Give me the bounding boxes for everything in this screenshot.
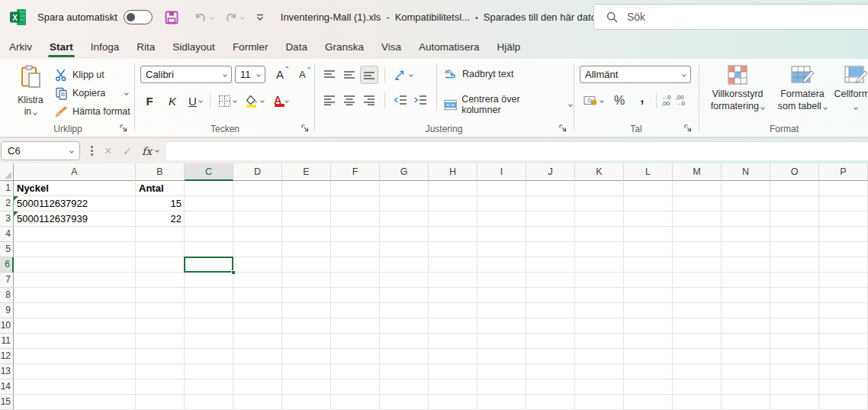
column-header-D[interactable]: D — [233, 163, 282, 181]
tab-granska[interactable]: Granska — [323, 34, 365, 59]
cell-A1[interactable]: Nyckel — [14, 181, 136, 196]
underline-button[interactable]: U — [186, 92, 204, 111]
cell-styles-button[interactable]: Cellformat — [831, 65, 868, 112]
column-header-A[interactable]: A — [14, 163, 136, 181]
formula-bar-drag-dots[interactable] — [91, 146, 93, 156]
decrease-decimal-button[interactable]: ,00 →0 — [675, 95, 684, 107]
align-right-button[interactable] — [360, 91, 378, 109]
borders-button[interactable] — [216, 92, 239, 111]
cut-button[interactable]: Klipp ut — [53, 66, 133, 84]
row-header-5[interactable]: 5 — [0, 242, 14, 257]
row-header-7[interactable]: 7 — [0, 273, 14, 288]
formula-input[interactable] — [166, 141, 868, 160]
row-header-12[interactable]: 12 — [0, 349, 14, 364]
align-left-button[interactable] — [320, 91, 339, 109]
grow-font-button[interactable]: A ˆ — [273, 68, 287, 81]
cell-B3[interactable]: 22 — [136, 211, 185, 227]
column-header-G[interactable]: G — [380, 163, 429, 181]
increase-indent-button[interactable] — [411, 91, 429, 109]
clipboard-dialog-launcher[interactable] — [119, 124, 128, 133]
search-box[interactable]: Sök — [593, 4, 868, 30]
tab-infoga[interactable]: Infoga — [89, 34, 121, 59]
tab-automatisera[interactable]: Automatisera — [417, 34, 481, 59]
tab-visa[interactable]: Visa — [380, 34, 403, 59]
save-button[interactable] — [165, 11, 178, 24]
row-header-3[interactable]: 3 — [0, 211, 14, 227]
font-name-combo[interactable]: Calibri — [140, 66, 232, 83]
italic-button[interactable]: K — [163, 92, 182, 111]
tab-start[interactable]: Start — [48, 34, 75, 59]
cell-B1[interactable]: Antal — [136, 181, 185, 196]
accounting-format-button[interactable] — [581, 91, 606, 110]
sheet-area[interactable]: ABCDEFGHIJKLMNOP123456789101112131415Nyc… — [0, 163, 868, 410]
autosave-toggle[interactable] — [124, 10, 153, 24]
row-header-6[interactable]: 6 — [0, 257, 14, 273]
wrap-text-button[interactable]: ab Radbryt text — [444, 68, 513, 80]
cell-A3[interactable]: 5000112637939 — [14, 211, 136, 227]
tab-sidlayout[interactable]: Sidlayout — [171, 34, 217, 59]
column-header-O[interactable]: O — [770, 163, 819, 181]
column-header-H[interactable]: H — [429, 163, 477, 181]
row-header-10[interactable]: 10 — [0, 318, 14, 334]
name-box[interactable]: C6 — [1, 141, 80, 160]
row-header-13[interactable]: 13 — [0, 364, 14, 379]
comma-style-button[interactable]: , — [633, 91, 651, 110]
tab-arkiv[interactable]: Arkiv — [8, 34, 34, 59]
cell-A2[interactable]: 5000112637922 — [14, 196, 136, 211]
cell-B2[interactable]: 15 — [136, 196, 185, 211]
shrink-font-button[interactable]: A ˇ — [296, 69, 309, 80]
column-header-F[interactable]: F — [331, 163, 380, 181]
row-header-2[interactable]: 2 — [0, 196, 14, 211]
row-header-14[interactable]: 14 — [0, 379, 14, 395]
align-top-button[interactable] — [320, 66, 339, 84]
column-header-P[interactable]: P — [819, 163, 868, 181]
row-header-15[interactable]: 15 — [0, 395, 14, 410]
format-as-table-button[interactable]: Formatera som tabell — [775, 65, 830, 112]
column-header-B[interactable]: B — [136, 163, 185, 181]
fill-handle[interactable] — [231, 270, 236, 275]
redo-button[interactable] — [224, 11, 244, 23]
align-middle-button[interactable] — [340, 66, 358, 84]
column-header-I[interactable]: I — [477, 163, 526, 181]
merge-center-button[interactable]: Centrera över kolumner — [444, 94, 572, 115]
font-dialog-launcher[interactable] — [301, 124, 310, 133]
percent-style-button[interactable]: % — [610, 91, 628, 110]
format-painter-button[interactable]: Hämta format — [53, 102, 133, 121]
column-header-J[interactable]: J — [526, 163, 575, 181]
copy-button[interactable]: Kopiera — [53, 84, 133, 102]
column-header-C[interactable]: C — [185, 163, 233, 181]
tab-rita[interactable]: Rita — [135, 34, 156, 59]
font-size-combo[interactable]: 11 — [235, 66, 265, 83]
paste-button[interactable]: Klistra in — [11, 65, 50, 118]
bold-button[interactable]: F — [140, 92, 159, 111]
quick-access-toolbar-button[interactable] — [256, 14, 264, 21]
selected-cell-C6[interactable] — [184, 257, 233, 273]
align-center-button[interactable] — [340, 91, 358, 109]
tab-formler[interactable]: Formler — [231, 34, 270, 59]
increase-decimal-button[interactable]: ←0 ,00 — [661, 95, 670, 107]
column-header-L[interactable]: L — [624, 163, 673, 181]
font-color-button[interactable]: A — [270, 92, 291, 111]
tab-hjälp[interactable]: Hjälp — [496, 34, 522, 59]
tab-data[interactable]: Data — [284, 34, 309, 59]
decrease-indent-button[interactable] — [391, 91, 410, 109]
select-all-corner[interactable] — [0, 163, 14, 181]
column-header-K[interactable]: K — [575, 163, 624, 181]
column-header-M[interactable]: M — [673, 163, 722, 181]
alignment-dialog-launcher[interactable] — [558, 124, 567, 133]
enter-button[interactable]: ✓ — [118, 141, 137, 160]
column-header-N[interactable]: N — [722, 163, 770, 181]
document-title[interactable]: Inventering-Mall (1).xls - Kompatibilite… — [281, 11, 615, 23]
column-header-E[interactable]: E — [282, 163, 331, 181]
row-header-11[interactable]: 11 — [0, 334, 14, 349]
number-format-combo[interactable]: Allmänt — [580, 66, 691, 83]
conditional-formatting-button[interactable]: Villkorsstyrd formatering — [705, 65, 770, 112]
row-header-4[interactable]: 4 — [0, 227, 14, 242]
row-header-8[interactable]: 8 — [0, 288, 14, 303]
row-header-1[interactable]: 1 — [0, 181, 14, 196]
row-header-9[interactable]: 9 — [0, 303, 14, 318]
undo-button[interactable] — [194, 11, 214, 23]
cancel-button[interactable]: × — [99, 141, 117, 160]
fill-color-button[interactable] — [243, 92, 266, 111]
align-bottom-button[interactable] — [360, 66, 378, 84]
